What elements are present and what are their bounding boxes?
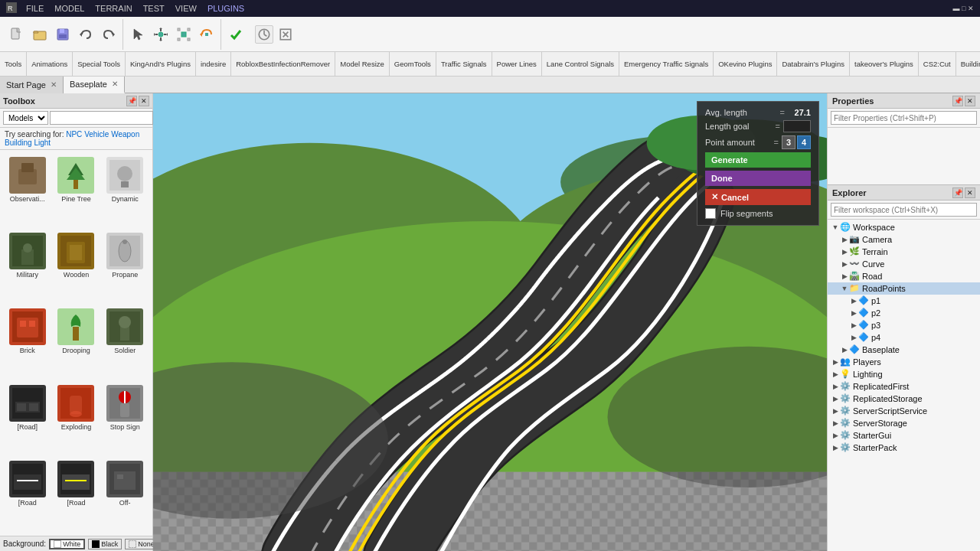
suggestion-npc[interactable]: NPC [66, 130, 82, 139]
tree-item-players[interactable]: ▶👥Players [828, 356, 980, 368]
tab-close-baseplate[interactable]: ✕ [112, 80, 118, 88]
toolbar-home-extra-1[interactable] [255, 25, 273, 44]
tree-item-serverstorage[interactable]: ▶⚙️ServerStorage [828, 417, 980, 429]
tree-toggle-p1[interactable]: ▶ [849, 296, 858, 305]
tree-toggle-starterpack[interactable]: ▶ [831, 443, 840, 452]
properties-filter-input[interactable] [831, 111, 977, 125]
toolbar-label-emergency[interactable]: Emergency Traffic Signals [619, 52, 714, 76]
toolbar-redo-icon[interactable] [98, 24, 119, 45]
tree-item-terrain[interactable]: ▶🌿Terrain [828, 246, 980, 258]
tree-toggle-replicatedfirst[interactable]: ▶ [831, 382, 840, 391]
list-item[interactable]: [Road] [5, 383, 51, 455]
list-item[interactable]: [Road [54, 458, 100, 531]
tree-toggle-lighting[interactable]: ▶ [831, 370, 840, 379]
properties-close-btn[interactable]: ✕ [965, 96, 975, 106]
cancel-button[interactable]: ✕ Cancel [705, 189, 811, 205]
move-icon[interactable] [150, 24, 172, 45]
checkmark-icon[interactable] [225, 24, 247, 45]
suggestion-weapon[interactable]: Weapon [111, 130, 139, 139]
tree-item-p3[interactable]: ▶🔷p3 [828, 319, 980, 331]
tree-item-baseplate[interactable]: ▶🔷Baseplate [828, 344, 980, 356]
toolbar-save-icon[interactable] [52, 24, 74, 45]
properties-pin-btn[interactable]: 📌 [952, 96, 963, 106]
tree-toggle-players[interactable]: ▶ [831, 357, 840, 367]
tree-item-replicatedfirst[interactable]: ▶⚙️ReplicatedFirst [828, 380, 980, 393]
toolbar-undo-icon[interactable] [75, 24, 96, 45]
rotate-icon[interactable] [196, 24, 217, 45]
toolbar-label-cs2cut[interactable]: CS2:Cut [919, 52, 956, 76]
bg-black-btn[interactable]: Black [88, 539, 122, 549]
tree-toggle-road[interactable]: ▶ [840, 272, 849, 281]
toolbar-label-traffic[interactable]: Traffic Signals [436, 52, 492, 76]
toolbox-pin-btn[interactable]: 📌 [126, 96, 137, 106]
list-item[interactable]: Drooping [54, 306, 100, 379]
tree-toggle-replicatedstorage[interactable]: ▶ [831, 394, 840, 403]
flip-segments-checkbox[interactable] [705, 208, 716, 219]
tree-toggle-p4[interactable]: ▶ [849, 333, 858, 342]
tree-item-lighting[interactable]: ▶💡Lighting [828, 368, 980, 380]
menu-item-test[interactable]: TEST [139, 2, 169, 15]
tree-toggle-serverscriptservice[interactable]: ▶ [831, 406, 840, 416]
point-amount-3-btn[interactable]: 3 [782, 135, 795, 149]
toolbar-label-lane[interactable]: Lane Control Signals [542, 52, 619, 76]
toolbar-label-indesire[interactable]: indesire [196, 52, 231, 76]
length-goal-input[interactable]: 20 [783, 120, 811, 132]
list-item[interactable]: Exploding [54, 383, 100, 455]
suggestion-vehicle[interactable]: Vehicle [84, 130, 109, 139]
tree-item-roadpoints[interactable]: ▼📁RoadPoints [828, 282, 980, 295]
toolbar-label-building[interactable]: Building Tools by F3X [956, 52, 980, 76]
list-item[interactable]: Propane [102, 230, 148, 303]
menu-item-plugins[interactable]: PLUGINS [203, 2, 249, 15]
tree-item-replicatedstorage[interactable]: ▶⚙️ReplicatedStorage [828, 393, 980, 405]
tree-toggle-p2[interactable]: ▶ [849, 308, 858, 318]
list-item[interactable]: Soldier [102, 306, 148, 379]
list-item[interactable]: Pine Tree [54, 155, 100, 227]
menu-item-file[interactable]: FILE [21, 2, 48, 15]
point-amount-4-btn[interactable]: 4 [797, 135, 811, 149]
toolbar-label-powerlines[interactable]: Power Lines [492, 52, 542, 76]
list-item[interactable]: [Road [5, 458, 51, 531]
toolbar-folder-icon[interactable] [29, 24, 51, 45]
tree-item-camera[interactable]: ▶📷Camera [828, 233, 980, 246]
toolbar-extra-2[interactable] [276, 25, 295, 44]
suggestion-building[interactable]: Building [5, 139, 32, 147]
tree-item-road[interactable]: ▶🛣️Road [828, 270, 980, 282]
menu-item-terrain[interactable]: TERRAIN [90, 2, 136, 15]
toolbar-file-icon[interactable] [6, 24, 28, 45]
tree-toggle-baseplate[interactable]: ▶ [840, 345, 849, 354]
tree-toggle-startergui[interactable]: ▶ [831, 431, 840, 440]
tree-toggle-camera[interactable]: ▶ [840, 235, 849, 244]
tree-toggle-terrain[interactable]: ▶ [840, 247, 849, 256]
menu-item-model[interactable]: MODEL [50, 2, 89, 15]
list-item[interactable]: Off- [102, 458, 148, 531]
tree-item-serverscriptservice[interactable]: ▶⚙️ServerScriptService [828, 405, 980, 417]
toolbar-label-kingandi[interactable]: KingAndI's Plugins [126, 52, 196, 76]
tab-start-page[interactable]: Start Page ✕ [0, 77, 64, 93]
list-item[interactable]: Observati... [5, 155, 51, 227]
toolbar-label-takeover[interactable]: takeover's Plugins [850, 52, 919, 76]
tree-item-curve[interactable]: ▶〰️Curve [828, 258, 980, 270]
toolbar-label-databrain[interactable]: Databrain's Plugins [777, 52, 850, 76]
explorer-pin-btn[interactable]: 📌 [952, 187, 963, 198]
toolbar-label-tools[interactable]: Tools [0, 52, 27, 76]
tree-item-workspace[interactable]: ▼🌐Workspace [828, 221, 980, 233]
toolbox-category-select[interactable]: Models [3, 111, 48, 125]
tree-item-p4[interactable]: ▶🔷p4 [828, 331, 980, 344]
toolbox-close-btn[interactable]: ✕ [139, 96, 149, 106]
tree-toggle-serverstorage[interactable]: ▶ [831, 419, 840, 428]
toolbar-label-animations[interactable]: Animations [27, 52, 73, 76]
list-item[interactable]: Dynamic [102, 155, 148, 227]
tree-item-starterpack[interactable]: ▶⚙️StarterPack [828, 442, 980, 454]
toolbar-label-okevino[interactable]: OKevino Plugins [714, 52, 777, 76]
toolbar-label-robloxbest[interactable]: RobloxBestInfectionRemover [231, 52, 335, 76]
tree-item-p2[interactable]: ▶🔷p2 [828, 307, 980, 319]
toolbox-search-input[interactable] [50, 111, 153, 125]
toolbar-label-special-tools[interactable]: Special Tools [73, 52, 126, 76]
list-item[interactable]: Military [5, 230, 51, 303]
generate-button[interactable]: Generate [705, 152, 811, 168]
scale-icon[interactable] [173, 24, 194, 45]
done-button[interactable]: Done [705, 171, 811, 186]
bg-white-btn[interactable]: White [49, 539, 85, 549]
tab-baseplate[interactable]: Baseplate ✕ [64, 77, 125, 93]
list-item[interactable]: Brick [5, 306, 51, 379]
